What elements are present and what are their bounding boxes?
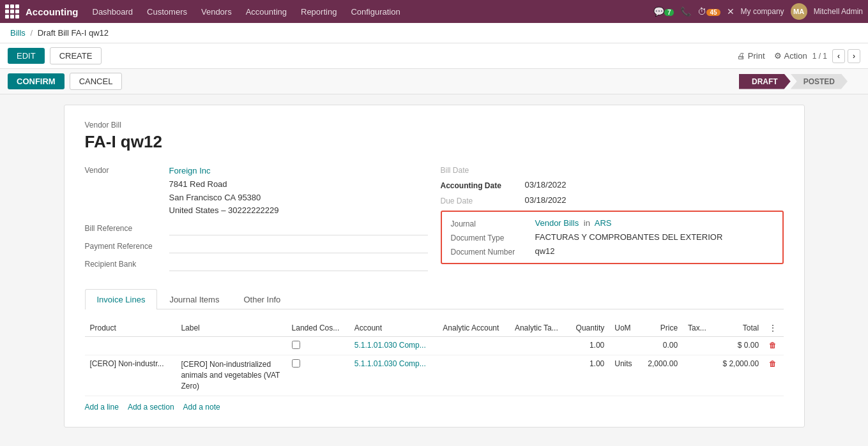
row2-analytic-account[interactable] — [438, 355, 510, 396]
breadcrumb-parent[interactable]: Bills — [10, 28, 26, 38]
col-more[interactable]: ⋮ — [764, 320, 783, 337]
row2-analytic-ta[interactable] — [510, 355, 568, 396]
row1-quantity[interactable]: 1.00 — [568, 337, 610, 355]
col-analytic-ta: Analytic Ta... — [510, 320, 568, 337]
menu-dashboard[interactable]: Dashboard — [86, 4, 140, 19]
document-card: Vendor Bill FA-I qw12 Vendor Foreign Inc… — [64, 105, 805, 427]
menu-accounting[interactable]: Accounting — [240, 4, 293, 19]
recipient-bank-value[interactable] — [169, 258, 428, 271]
col-uom: UoM — [609, 320, 639, 337]
avatar[interactable]: MA — [791, 3, 807, 20]
row1-landed-cost-checkbox[interactable] — [292, 341, 300, 349]
company-name[interactable]: My company — [741, 7, 784, 16]
vendor-addr2: San Francisco CA 95380 — [169, 191, 428, 205]
row2-uom[interactable]: Units — [609, 355, 639, 396]
row1-product[interactable] — [85, 337, 176, 355]
doc-type-field: Document Type FACTURAS Y COMPROBANTES DE… — [451, 232, 773, 242]
row2-landed-cost[interactable] — [287, 355, 349, 396]
bill-reference-label: Bill Reference — [85, 223, 162, 233]
due-date-label: Due Date — [441, 195, 517, 205]
row2-landed-cost-checkbox[interactable] — [292, 359, 300, 368]
row1-account[interactable]: 5.1.1.01.030 Comp... — [349, 337, 438, 355]
row2-product[interactable]: [CERO] Non-industr... — [85, 355, 176, 396]
row1-analytic-ta[interactable] — [510, 337, 568, 355]
tab-journal-items[interactable]: Journal Items — [157, 289, 231, 309]
journal-currency[interactable]: ARS — [595, 218, 612, 228]
bill-reference-value[interactable] — [169, 223, 428, 235]
cancel-button[interactable]: CANCEL — [70, 73, 123, 90]
col-tax: Tax... — [683, 320, 713, 337]
document-title: FA-I qw12 — [85, 132, 784, 152]
row1-delete[interactable]: 🗑 — [764, 337, 783, 355]
timer-icon[interactable]: ⏱45 — [697, 6, 720, 17]
add-note-link[interactable]: Add a note — [183, 403, 220, 412]
tab-other-info[interactable]: Other Info — [231, 289, 293, 309]
row1-landed-cost[interactable] — [287, 337, 349, 355]
vendor-addr3: United States – 30222222229 — [169, 204, 428, 218]
payment-reference-value[interactable] — [169, 241, 428, 253]
row1-tax[interactable] — [683, 337, 713, 355]
col-quantity: Quantity — [568, 320, 610, 337]
next-record-button[interactable]: › — [848, 49, 860, 63]
vendor-value: Foreign Inc 7841 Red Road San Francisco … — [169, 165, 428, 218]
prev-record-button[interactable]: ‹ — [832, 49, 845, 63]
journal-name[interactable]: Vendor Bills — [535, 218, 579, 228]
invoice-table: Product Label Landed Cos... Account Anal… — [85, 320, 784, 396]
tabs-container: Invoice Lines Journal Items Other Info — [85, 289, 784, 309]
row1-uom[interactable] — [609, 337, 639, 355]
tab-invoice-lines[interactable]: Invoice Lines — [85, 289, 158, 309]
menu-vendors[interactable]: Vendors — [195, 4, 238, 19]
row2-total: $ 2,000.00 — [713, 355, 764, 396]
user-name[interactable]: Mitchell Admin — [814, 7, 863, 16]
row1-label[interactable] — [176, 337, 286, 355]
doc-number-value[interactable]: qw12 — [535, 246, 773, 256]
table-row: [CERO] Non-industr... [CERO] Non-industr… — [85, 355, 784, 396]
action-button[interactable]: ⚙ Action — [774, 51, 807, 61]
row2-tax[interactable] — [683, 355, 713, 396]
bill-reference-field: Bill Reference — [85, 223, 428, 235]
chat-icon[interactable]: 💬7 — [653, 6, 674, 17]
recipient-bank-label: Recipient Bank — [85, 258, 162, 269]
doc-number-field: Document Number qw12 — [451, 246, 773, 256]
print-button[interactable]: 🖨 Print — [737, 51, 765, 61]
create-button[interactable]: CREATE — [50, 47, 102, 64]
confirm-button[interactable]: CONFIRM — [8, 73, 65, 89]
close-icon[interactable]: ✕ — [727, 6, 735, 17]
add-section-link[interactable]: Add a section — [128, 403, 174, 412]
doc-type-label: Document Type — [451, 232, 528, 242]
pagination: 1 / 1 ‹ › — [812, 49, 860, 63]
due-date-value[interactable]: 03/18/2022 — [525, 195, 784, 205]
add-line-link[interactable]: Add a line — [85, 403, 119, 412]
row2-quantity[interactable]: 1.00 — [568, 355, 610, 396]
menu-configuration[interactable]: Configuration — [344, 4, 406, 19]
row2-delete[interactable]: 🗑 — [764, 355, 783, 396]
vendor-addr1: 7841 Red Road — [169, 178, 428, 191]
row2-account[interactable]: 5.1.1.01.030 Comp... — [349, 355, 438, 396]
col-analytic-account: Analytic Account — [438, 320, 510, 337]
row2-label[interactable]: [CERO] Non-industrialized animals and ve… — [176, 355, 286, 396]
right-column: Bill Date Accounting Date 03/18/2022 Due… — [441, 165, 784, 276]
vendor-name[interactable]: Foreign Inc — [169, 165, 428, 178]
step-posted: POSTED — [791, 74, 848, 89]
edit-button[interactable]: EDIT — [8, 48, 45, 64]
step-draft: DRAFT — [739, 74, 791, 89]
app-logo[interactable]: Accounting — [5, 4, 79, 19]
phone-icon[interactable]: 📞 — [680, 6, 691, 17]
highlighted-fields: Journal Vendor Bills in ARS Document Typ… — [441, 211, 784, 264]
pagination-label: 1 / 1 — [812, 52, 827, 61]
doc-type-value[interactable]: FACTURAS Y COMPROBANTES DEL EXTERIOR — [535, 232, 773, 242]
toolbar: EDIT CREATE 🖨 Print ⚙ Action 1 / 1 ‹ › — [0, 43, 868, 69]
row2-price[interactable]: 2,000.00 — [639, 355, 683, 396]
row1-price[interactable]: 0.00 — [639, 337, 683, 355]
accounting-date-value[interactable]: 03/18/2022 — [525, 180, 784, 190]
row1-analytic-account[interactable] — [438, 337, 510, 355]
left-column: Vendor Foreign Inc 7841 Red Road San Fra… — [85, 165, 428, 276]
app-title: Accounting — [26, 6, 79, 17]
journal-in: in — [584, 218, 590, 228]
topnav-right: 💬7 📞 ⏱45 ✕ My company MA Mitchell Admin — [653, 3, 863, 20]
col-label: Label — [176, 320, 286, 337]
menu-reporting[interactable]: Reporting — [294, 4, 343, 19]
col-account: Account — [349, 320, 438, 337]
payment-reference-field: Payment Reference — [85, 241, 428, 253]
menu-customers[interactable]: Customers — [141, 4, 194, 19]
